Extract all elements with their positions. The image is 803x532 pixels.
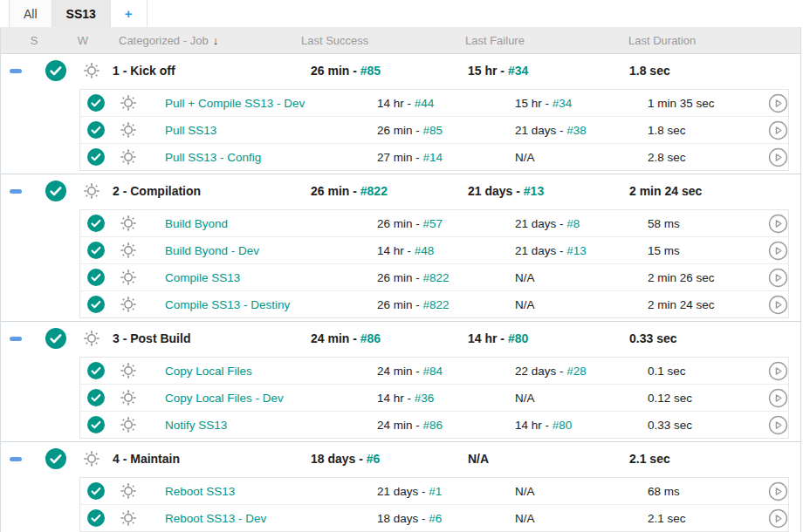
- table-header: S W Categorized - Job↓ Last Success Last…: [1, 27, 800, 54]
- last-failure-build-link[interactable]: #13: [524, 184, 544, 198]
- group-name: 2 - Compilation: [107, 184, 311, 198]
- last-duration: 1 min 35 sec: [648, 97, 715, 110]
- last-duration: 2.1 sec: [629, 452, 670, 466]
- status-success-icon[interactable]: [87, 215, 105, 232]
- col-header-last-duration[interactable]: Last Duration: [628, 34, 800, 47]
- last-failure-build-link[interactable]: #34: [508, 64, 528, 78]
- status-success-icon[interactable]: [87, 296, 105, 313]
- run-job-button[interactable]: [768, 93, 788, 113]
- job-table: S W Categorized - Job↓ Last Success Last…: [0, 27, 801, 532]
- last-failure-time: N/A: [515, 298, 535, 311]
- last-success-time: 26 min -: [311, 184, 360, 198]
- last-success-time: 26 min -: [377, 124, 423, 137]
- job-name-link[interactable]: Reboot SS13 - Dev: [165, 512, 266, 525]
- col-header-status[interactable]: S: [8, 34, 60, 47]
- run-job-button[interactable]: [768, 268, 788, 288]
- tab-all[interactable]: All: [9, 0, 52, 27]
- last-failure-build-link[interactable]: #80: [552, 419, 573, 432]
- run-job-button[interactable]: [768, 147, 788, 167]
- job-name-link[interactable]: Pull + Compile SS13 - Dev: [165, 97, 305, 110]
- collapse-group-button[interactable]: [8, 65, 24, 78]
- last-success-build-link[interactable]: #36: [415, 392, 435, 405]
- status-success-icon[interactable]: [87, 509, 105, 527]
- weather-sunny-icon: [119, 147, 138, 167]
- last-success-build-link[interactable]: #822: [423, 271, 450, 284]
- last-success-build-link[interactable]: #822: [423, 298, 450, 311]
- last-success-build-link[interactable]: #44: [415, 97, 435, 110]
- last-success-build-link[interactable]: #48: [415, 244, 435, 257]
- last-success-build-link[interactable]: #6: [429, 512, 442, 525]
- last-success-build-link[interactable]: #1: [429, 485, 442, 498]
- group-name: 4 - Maintain: [107, 452, 311, 466]
- run-job-button[interactable]: [768, 415, 788, 435]
- job-name-link[interactable]: Build Byond: [165, 217, 228, 230]
- job-row: Pull SS13 26 min - #85 21 days - #38 1.8…: [80, 117, 788, 144]
- weather-sunny-icon: [119, 241, 138, 260]
- last-failure-build-link[interactable]: #8: [566, 217, 580, 230]
- status-success-icon[interactable]: [87, 362, 105, 379]
- col-header-job[interactable]: Categorized - Job↓: [106, 34, 301, 47]
- sort-descending-icon[interactable]: ↓: [213, 34, 219, 47]
- collapse-minus-icon: [10, 337, 22, 341]
- job-name-link[interactable]: Pull SS13 - Config: [165, 151, 261, 164]
- status-success-icon[interactable]: [87, 389, 105, 406]
- run-job-button[interactable]: [768, 388, 788, 408]
- last-success-build-link[interactable]: #57: [423, 217, 443, 230]
- last-success-build-link[interactable]: #822: [360, 184, 388, 198]
- last-failure-build-link[interactable]: #34: [552, 97, 573, 110]
- job-name-link[interactable]: Pull SS13: [165, 124, 216, 137]
- col-header-last-failure[interactable]: Last Failure: [465, 34, 628, 47]
- collapse-group-button[interactable]: [8, 332, 24, 345]
- job-name-link[interactable]: Notify SS13: [165, 419, 227, 432]
- last-failure-build-link[interactable]: #38: [566, 124, 587, 137]
- last-success-time: 27 min -: [377, 151, 423, 164]
- status-success-icon[interactable]: [45, 328, 66, 349]
- status-success-icon[interactable]: [45, 60, 66, 81]
- last-success-build-link[interactable]: #85: [423, 124, 443, 137]
- job-name-link[interactable]: Compile SS13 - Destiny: [165, 298, 290, 311]
- last-success-build-link[interactable]: #86: [360, 331, 381, 345]
- status-success-icon[interactable]: [87, 269, 105, 286]
- tab-new-view[interactable]: +: [111, 0, 148, 27]
- run-job-button[interactable]: [768, 295, 788, 315]
- job-name-link[interactable]: Copy Local Files - Dev: [165, 392, 284, 405]
- last-failure-build-link[interactable]: #13: [566, 244, 587, 257]
- run-job-button[interactable]: [768, 481, 788, 501]
- last-failure-build-link[interactable]: #80: [508, 331, 528, 345]
- collapse-group-button[interactable]: [8, 185, 24, 198]
- last-success-build-link[interactable]: #6: [367, 452, 381, 466]
- col-header-last-success[interactable]: Last Success: [301, 34, 465, 47]
- last-success-build-link[interactable]: #84: [423, 365, 443, 378]
- last-success-build-link[interactable]: #14: [423, 151, 443, 164]
- status-success-icon[interactable]: [87, 416, 105, 433]
- last-success-build-link[interactable]: #86: [423, 419, 443, 432]
- job-name-link[interactable]: Reboot SS13: [165, 485, 235, 498]
- job-name-link[interactable]: Compile SS13: [165, 271, 240, 284]
- last-success-build-link[interactable]: #85: [360, 64, 381, 78]
- weather-sunny-icon: [119, 361, 138, 380]
- run-job-button[interactable]: [768, 214, 788, 234]
- last-failure-build-link[interactable]: #28: [566, 365, 587, 378]
- job-name-link[interactable]: Build Byond - Dev: [165, 244, 259, 257]
- run-job-button[interactable]: [768, 120, 788, 140]
- run-job-button[interactable]: [768, 361, 788, 381]
- tab-ss13[interactable]: SS13: [52, 0, 111, 27]
- status-success-icon[interactable]: [45, 181, 66, 201]
- status-success-icon[interactable]: [87, 242, 105, 259]
- status-success-icon[interactable]: [87, 121, 105, 139]
- job-name-link[interactable]: Copy Local Files: [165, 365, 252, 378]
- status-success-icon[interactable]: [87, 94, 105, 112]
- run-job-button[interactable]: [768, 241, 788, 261]
- last-failure-time: 21 days -: [515, 217, 566, 230]
- weather-sunny-icon: [119, 93, 138, 113]
- run-job-button[interactable]: [768, 508, 788, 529]
- job-group-kick-off: 1 - Kick off 26 min - #85 15 hr - #34 1.…: [1, 54, 800, 171]
- status-success-icon[interactable]: [45, 448, 66, 469]
- last-failure-time: 14 hr -: [468, 331, 508, 345]
- collapse-group-button[interactable]: [8, 453, 24, 466]
- group-jobs-table: Copy Local Files 24 min - #84 22 days - …: [79, 357, 789, 439]
- status-success-icon[interactable]: [87, 148, 105, 166]
- col-header-weather[interactable]: W: [60, 34, 106, 47]
- last-failure-time: 15 hr -: [515, 97, 552, 110]
- status-success-icon[interactable]: [87, 482, 105, 500]
